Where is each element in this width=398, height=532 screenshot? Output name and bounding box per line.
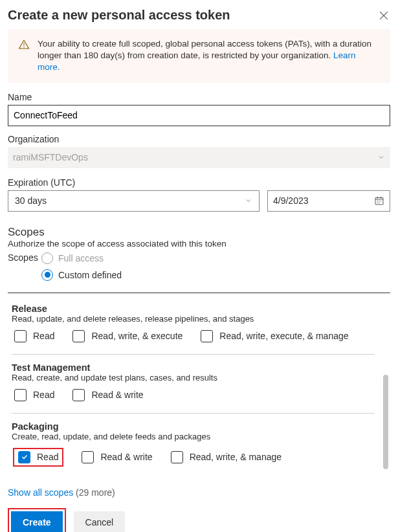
expiration-duration-value: 30 days — [15, 195, 47, 206]
calendar-icon — [374, 195, 384, 206]
scopes-inline-label: Scopes — [8, 252, 41, 263]
scopes-title: Scopes — [8, 226, 390, 239]
cancel-button[interactable]: Cancel — [74, 511, 126, 532]
scope-full-access-radio: Full access — [41, 252, 122, 264]
scope-custom-defined-label: Custom defined — [58, 270, 122, 280]
checkbox-label: Read & write — [91, 390, 143, 400]
scope-custom-defined-radio[interactable]: Custom defined — [41, 269, 122, 281]
checkbox-label: Read — [33, 390, 54, 400]
svg-point-0 — [23, 47, 25, 48]
checkbox-label: Read, write, execute, & manage — [219, 331, 348, 341]
release-rwem-checkbox[interactable]: Read, write, execute, & manage — [201, 330, 348, 342]
org-value: ramiMSFTDevOps — [13, 152, 88, 162]
restriction-banner: Your ability to create full scoped, glob… — [8, 29, 390, 83]
test-read-checkbox[interactable]: Read — [14, 389, 54, 401]
scope-group-test: Test Management Read, create, and update… — [8, 356, 379, 412]
scope-group-desc: Read, create, and update test plans, cas… — [12, 373, 375, 382]
scopes-subtitle: Authorize the scope of access associated… — [8, 239, 390, 249]
name-label: Name — [8, 92, 390, 102]
scope-group-title: Release — [12, 304, 375, 314]
banner-text: Your ability to create full scoped, glob… — [38, 39, 371, 60]
checkbox-label: Read & write — [100, 452, 152, 462]
scope-group-release: Release Read, update, and delete release… — [8, 297, 379, 353]
packaging-read-checkbox[interactable]: Read — [18, 451, 58, 463]
scope-group-packaging: Packaging Create, read, update, and dele… — [8, 415, 379, 477]
scope-group-desc: Create, read, update, and delete feeds a… — [12, 432, 375, 441]
expiration-date-input[interactable]: 4/9/2023 — [267, 190, 390, 212]
test-rw-checkbox[interactable]: Read & write — [72, 389, 143, 401]
packaging-rwm-checkbox[interactable]: Read, write, & manage — [171, 451, 282, 463]
close-icon[interactable] — [377, 9, 390, 22]
checkbox-label: Read, write, & execute — [91, 331, 182, 341]
release-read-checkbox[interactable]: Read — [14, 330, 54, 342]
show-all-scopes-link[interactable]: Show all scopes — [8, 487, 73, 498]
release-rwe-checkbox[interactable]: Read, write, & execute — [72, 330, 182, 342]
scopes-scroll-area: Release Read, update, and delete release… — [8, 293, 390, 477]
expiration-label: Expiration (UTC) — [8, 177, 390, 188]
chevron-down-icon — [377, 153, 385, 161]
org-select[interactable]: ramiMSFTDevOps — [8, 147, 390, 168]
scope-group-title: Test Management — [12, 362, 375, 373]
packaging-rw-checkbox[interactable]: Read & write — [82, 451, 152, 463]
scrollbar[interactable] — [381, 297, 390, 473]
name-input[interactable] — [8, 105, 390, 126]
scope-full-access-label: Full access — [58, 253, 104, 263]
checkbox-label: Read, write, & manage — [190, 452, 282, 462]
chevron-down-icon — [245, 197, 252, 205]
org-label: Organization — [8, 134, 390, 144]
create-button[interactable]: Create — [11, 511, 63, 532]
scope-group-desc: Read, update, and delete releases, relea… — [12, 314, 375, 324]
checkbox-label: Read — [37, 452, 58, 462]
svg-rect-1 — [23, 43, 24, 46]
scope-group-title: Packaging — [12, 421, 375, 432]
expiration-duration-select[interactable]: 30 days — [8, 190, 260, 212]
expiration-date-value: 4/9/2023 — [273, 195, 309, 206]
show-all-scopes-count: (29 more) — [73, 487, 115, 498]
dialog-title: Create a new personal access token — [8, 8, 230, 23]
warning-icon — [18, 39, 30, 50]
checkbox-label: Read — [33, 331, 54, 341]
